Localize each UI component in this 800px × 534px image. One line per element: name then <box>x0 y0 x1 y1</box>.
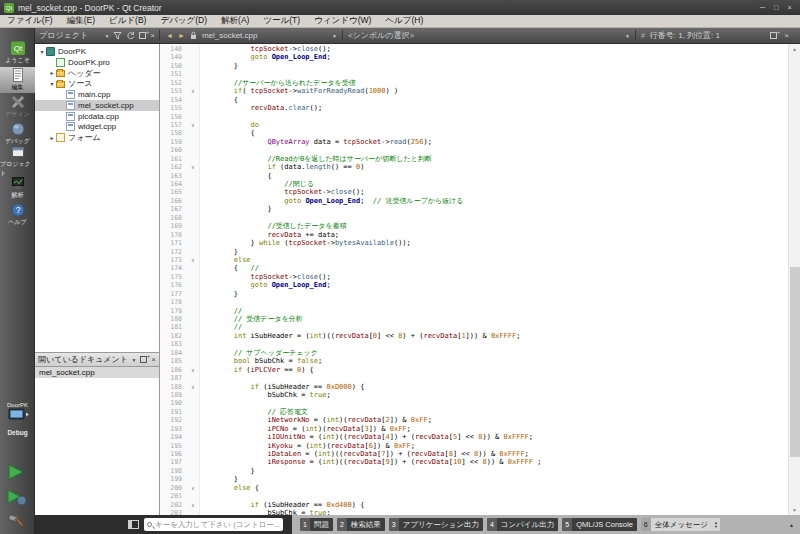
scroll-down-icon[interactable]: ▼ <box>789 507 800 513</box>
code-line-191[interactable]: 191 // 応答電文 <box>160 408 788 416</box>
panel-selector[interactable]: プロジェクト <box>39 30 100 41</box>
tree-expand-icon[interactable]: ▸ <box>48 134 56 141</box>
mode-welcome[interactable]: Qtようこそ <box>0 40 35 66</box>
code-line-172[interactable]: 172 } <box>160 248 788 256</box>
code-line-197[interactable]: 197 iResponse = (int)((recvData[9]) + (r… <box>160 458 788 466</box>
maximize-output-pane-icon[interactable]: ▲ <box>789 522 794 528</box>
fold-marker-icon[interactable]: ∨ <box>186 366 200 374</box>
output-pane-5[interactable]: 5QML/JS Console <box>562 518 637 531</box>
close-document-icon[interactable]: × <box>784 32 789 40</box>
code-line-199[interactable]: 199 } <box>160 475 788 483</box>
kit-selector[interactable]: DoorPK Debug <box>0 402 35 436</box>
code-line-170[interactable]: 170 recvData += data; <box>160 231 788 239</box>
menu-item[interactable]: 解析(A) <box>214 15 256 27</box>
code-line-149[interactable]: 149 goto Open_Loop_End; <box>160 53 788 61</box>
tree-item--[interactable]: ▾ソース <box>35 78 159 89</box>
menu-item[interactable]: ツール(T) <box>256 15 307 27</box>
code-line-184[interactable]: 184 // サブヘッダーチェック <box>160 349 788 357</box>
tree-item-doorpk-pro[interactable]: DoorPK.pro <box>35 57 159 68</box>
fold-marker-icon[interactable]: ∨ <box>186 163 200 171</box>
code-line-196[interactable]: 196 iDataLen = (int)((recvData[7]) + (re… <box>160 450 788 458</box>
fold-marker-icon[interactable]: ∨ <box>186 256 200 264</box>
code-line-183[interactable]: 183 <box>160 340 788 348</box>
fold-marker-icon[interactable]: ∨ <box>186 484 200 492</box>
mode-edit[interactable]: 編集 <box>0 67 35 93</box>
code-line-169[interactable]: 169 //受信したデータを蓄積 <box>160 222 788 230</box>
split-editor-icon[interactable] <box>770 32 777 39</box>
go-back-icon[interactable]: ◄ <box>166 32 173 39</box>
output-pane-4[interactable]: 4コンパイル出力 <box>487 518 558 531</box>
minimize-button[interactable]: ─ <box>760 3 765 12</box>
code-line-154[interactable]: 154 { <box>160 96 788 104</box>
code-line-194[interactable]: 194 iIOUnitNo = (int)((recvData[4]) + (r… <box>160 433 788 441</box>
tree-item--[interactable]: ▸ヘッダー <box>35 68 159 79</box>
code-line-160[interactable]: 160 <box>160 146 788 154</box>
close-panel-icon[interactable]: × <box>150 32 155 40</box>
menu-item[interactable]: ヘルプ(H) <box>378 15 430 27</box>
locator-input[interactable]: キーを入力して下さい (コントロー... <box>144 518 283 531</box>
code-line-150[interactable]: 150 } <box>160 62 788 70</box>
code-line-176[interactable]: 176 goto Open_Loop_End; <box>160 281 788 289</box>
code-line-163[interactable]: 163 { <box>160 172 788 180</box>
code-line-190[interactable]: 190 <box>160 399 788 407</box>
close-open-documents-icon[interactable]: × <box>151 356 156 364</box>
code-line-185[interactable]: 185 bool bSubChk = false; <box>160 357 788 365</box>
code-line-179[interactable]: 179 // <box>160 307 788 315</box>
code-line-187[interactable]: 187 <box>160 374 788 382</box>
maximize-button[interactable]: □ <box>774 3 779 12</box>
code-line-165[interactable]: 165 tcpSocket->close(); <box>160 188 788 196</box>
code-line-155[interactable]: 155 recvData.clear(); <box>160 104 788 112</box>
tree-item-doorpk[interactable]: ▾DoorPK <box>35 46 159 57</box>
code-line-162[interactable]: 162∨ if (data.length() == 0) <box>160 163 788 171</box>
code-line-177[interactable]: 177 } <box>160 290 788 298</box>
debug-run-button[interactable] <box>6 488 28 508</box>
mode-projects[interactable]: プロジェクト <box>0 148 35 174</box>
menu-item[interactable]: 編集(E) <box>60 15 102 27</box>
tree-item--[interactable]: ▸フォーム <box>35 132 159 143</box>
output-pane-arrows-icon[interactable]: ▲▼ <box>712 518 720 531</box>
code-line-201[interactable]: 201 <box>160 492 788 500</box>
symbol-selector[interactable]: <シンボルの選択> ▼ <box>348 30 630 41</box>
scrollbar-thumb[interactable] <box>790 267 800 457</box>
fold-marker-icon[interactable]: ∨ <box>186 383 200 391</box>
go-forward-icon[interactable]: ► <box>178 32 185 39</box>
code-line-173[interactable]: 173∨ else <box>160 256 788 264</box>
code-line-171[interactable]: 171 } while (tcpSocket->bytesAvailable()… <box>160 239 788 247</box>
code-line-186[interactable]: 186∨ if (iPLCVer == 0) { <box>160 366 788 374</box>
output-pane-3[interactable]: 3アプリケーション出力 <box>389 518 483 531</box>
mode-analyze[interactable]: 解析 <box>0 175 35 201</box>
menu-item[interactable]: デバッグ(D) <box>153 15 214 27</box>
open-document-selector[interactable]: mel_socket.cpp ▼ <box>202 31 337 40</box>
tree-expand-icon[interactable]: ▸ <box>48 69 56 76</box>
mode-help[interactable]: ?ヘルプ <box>0 202 35 228</box>
toggle-sidebar-icon[interactable] <box>128 520 139 529</box>
tree-expand-icon[interactable]: ▾ <box>48 80 56 87</box>
code-line-166[interactable]: 166 goto Open_Loop_End; // 送受信ループから抜ける <box>160 197 788 205</box>
split-panel-icon[interactable] <box>139 32 146 39</box>
code-line-202[interactable]: 202∨ if (iSubHeader == 0xd400) { <box>160 501 788 509</box>
code-line-152[interactable]: 152 //サーバーから送られたデータを受信 <box>160 79 788 87</box>
code-line-188[interactable]: 188∨ if (iSubHeader == 0xD000) { <box>160 383 788 391</box>
code-line-192[interactable]: 192 iNetworkNo = (int)(recvData[2]) & 0x… <box>160 416 788 424</box>
code-line-195[interactable]: 195 iKyoku = (int)(recvData[6]) & 0xFF; <box>160 442 788 450</box>
build-button[interactable] <box>6 514 28 534</box>
code-line-158[interactable]: 158 { <box>160 129 788 137</box>
tree-item-widget-cpp[interactable]: widget.cpp <box>35 122 159 133</box>
fold-marker-icon[interactable]: ∨ <box>186 121 200 129</box>
close-button[interactable]: × <box>788 3 792 12</box>
code-line-159[interactable]: 159 QByteArray data = tcpSocket->read(25… <box>160 138 788 146</box>
fold-marker-icon[interactable]: ∨ <box>186 501 200 509</box>
code-line-168[interactable]: 168 <box>160 214 788 222</box>
code-line-161[interactable]: 161 //Readが0を返した時はサーバーが切断したと判断 <box>160 155 788 163</box>
sync-with-editor-icon[interactable] <box>126 31 135 40</box>
output-pane-1[interactable]: 1問題 <box>300 518 333 531</box>
run-button[interactable] <box>6 463 28 483</box>
code-line-178[interactable]: 178 <box>160 298 788 306</box>
open-document-item[interactable]: mel_socket.cpp <box>35 367 159 378</box>
code-line-175[interactable]: 175 tcpSocket->close(); <box>160 273 788 281</box>
code-line-174[interactable]: 174 { // <box>160 264 788 272</box>
code-line-182[interactable]: 182 int iSubHeader = (int)((recvData[0] … <box>160 332 788 340</box>
code-line-156[interactable]: 156 <box>160 113 788 121</box>
open-documents-dropdown-icon[interactable]: ▼ <box>131 357 136 363</box>
code-editor[interactable]: 148 tcpSocket->close();149 goto Open_Loo… <box>160 44 800 515</box>
